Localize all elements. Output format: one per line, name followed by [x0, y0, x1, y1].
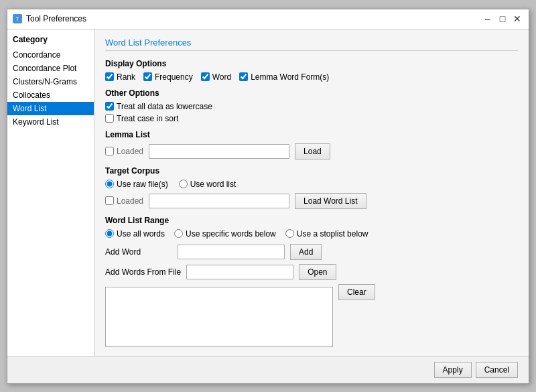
- lemma-loaded-item[interactable]: Loaded: [105, 147, 143, 156]
- treat-lowercase-label: Treat all data as lowercase: [117, 102, 212, 111]
- lemma-list-row: Loaded Load: [105, 143, 518, 159]
- use-all-words-label: Use all words: [117, 229, 165, 239]
- minimize-button[interactable]: –: [482, 13, 494, 25]
- sidebar-item-clusters-ngrams[interactable]: Clusters/N-Grams: [7, 75, 94, 88]
- word-checkbox-item[interactable]: Word: [201, 72, 231, 82]
- lemma-list-input[interactable]: [149, 144, 289, 159]
- lemma-word-form-checkbox-item[interactable]: Lemma Word Form(s): [239, 72, 329, 82]
- maximize-button[interactable]: □: [496, 13, 509, 25]
- frequency-checkbox-item[interactable]: Frequency: [143, 72, 193, 82]
- rank-label: Rank: [117, 72, 135, 82]
- display-options-header: Display Options: [105, 59, 518, 68]
- app-icon-letter: T: [16, 16, 19, 22]
- use-word-list-radio[interactable]: [179, 180, 188, 188]
- treat-case-sort-item[interactable]: Treat case in sort: [105, 114, 178, 123]
- frequency-label: Frequency: [155, 72, 193, 82]
- clear-button[interactable]: Clear: [338, 284, 375, 300]
- use-specific-words-item[interactable]: Use specific words below: [174, 229, 276, 239]
- use-all-words-item[interactable]: Use all words: [105, 229, 165, 239]
- title-bar: T Tool Preferences – □ ✕: [7, 9, 529, 29]
- treat-case-sort-label: Treat case in sort: [117, 114, 178, 123]
- add-word-label: Add Word: [105, 247, 172, 257]
- sidebar-header: Category: [7, 32, 94, 48]
- word-list-textarea-row: Clear: [105, 284, 518, 347]
- lemma-list-header: Lemma List: [105, 130, 518, 139]
- use-specific-words-radio[interactable]: [174, 229, 183, 238]
- word-list-range-header: Word List Range: [105, 216, 518, 225]
- lemma-load-button[interactable]: Load: [295, 143, 330, 159]
- lemma-loaded-label: Loaded: [117, 147, 143, 156]
- word-list-textarea[interactable]: [105, 287, 333, 347]
- display-options-row: Rank Frequency Word Lemma Word Form(s): [105, 72, 518, 82]
- target-loaded-label: Loaded: [117, 196, 143, 206]
- target-loaded-item[interactable]: Loaded: [105, 196, 143, 206]
- treat-lowercase-row: Treat all data as lowercase: [105, 102, 518, 111]
- lemma-word-form-label: Lemma Word Form(s): [251, 72, 329, 82]
- window-controls: – □ ✕: [482, 13, 523, 25]
- close-button[interactable]: ✕: [511, 13, 523, 25]
- main-window: T Tool Preferences – □ ✕ Category Concor…: [7, 9, 529, 384]
- load-word-list-button[interactable]: Load Word List: [295, 193, 366, 209]
- sidebar-item-collocates[interactable]: Collocates: [7, 88, 94, 102]
- sidebar-item-keyword-list[interactable]: Keyword List: [7, 115, 94, 129]
- sidebar: Category Concordance Concordance Plot Cl…: [7, 29, 94, 356]
- word-checkbox[interactable]: [201, 72, 210, 81]
- footer: Apply Cancel: [7, 356, 529, 383]
- title-bar-left: T Tool Preferences: [13, 14, 86, 23]
- sidebar-item-concordance[interactable]: Concordance: [7, 48, 94, 62]
- word-label: Word: [212, 72, 231, 82]
- use-stoplist-radio[interactable]: [285, 229, 294, 238]
- word-list-range-radio-row: Use all words Use specific words below U…: [105, 229, 518, 239]
- add-words-file-label: Add Words From File: [105, 267, 181, 277]
- lemma-word-form-checkbox[interactable]: [239, 72, 248, 81]
- use-word-list-label: Use word list: [190, 180, 237, 189]
- frequency-checkbox[interactable]: [143, 72, 152, 81]
- other-options-header: Other Options: [105, 88, 518, 98]
- use-raw-files-item[interactable]: Use raw file(s): [105, 180, 168, 189]
- add-word-row: Add Word Add: [105, 244, 518, 260]
- add-words-file-row: Add Words From File Open: [105, 264, 518, 280]
- target-corpus-input[interactable]: [149, 194, 289, 208]
- preferences-panel: Word List Preferences Display Options Ra…: [94, 29, 529, 356]
- target-loaded-checkbox[interactable]: [105, 196, 114, 205]
- rank-checkbox-item[interactable]: Rank: [105, 72, 135, 82]
- main-content: Category Concordance Concordance Plot Cl…: [7, 29, 529, 356]
- treat-case-sort-checkbox[interactable]: [105, 114, 114, 123]
- sidebar-item-word-list[interactable]: Word List: [7, 102, 94, 115]
- treat-case-sort-row: Treat case in sort: [105, 114, 518, 123]
- cancel-button[interactable]: Cancel: [476, 362, 518, 378]
- panel-title: Word List Preferences: [105, 38, 518, 51]
- app-icon: T: [13, 14, 22, 23]
- open-button[interactable]: Open: [299, 264, 336, 280]
- use-specific-words-label: Use specific words below: [186, 229, 276, 239]
- apply-button[interactable]: Apply: [434, 362, 472, 378]
- use-raw-files-radio[interactable]: [105, 180, 114, 188]
- use-stoplist-label: Use a stoplist below: [297, 229, 368, 239]
- treat-lowercase-item[interactable]: Treat all data as lowercase: [105, 102, 212, 111]
- sidebar-item-concordance-plot[interactable]: Concordance Plot: [7, 62, 94, 75]
- use-all-words-radio[interactable]: [105, 229, 114, 238]
- target-corpus-header: Target Corpus: [105, 166, 518, 176]
- rank-checkbox[interactable]: [105, 72, 114, 81]
- use-word-list-item[interactable]: Use word list: [179, 180, 237, 189]
- target-corpus-row: Loaded Load Word List: [105, 193, 518, 209]
- lemma-loaded-checkbox[interactable]: [105, 147, 114, 155]
- treat-lowercase-checkbox[interactable]: [105, 102, 114, 111]
- use-stoplist-item[interactable]: Use a stoplist below: [285, 229, 368, 239]
- add-words-file-input[interactable]: [186, 265, 293, 279]
- target-corpus-radio-row: Use raw file(s) Use word list: [105, 180, 518, 189]
- add-word-input[interactable]: [178, 245, 285, 259]
- window-title: Tool Preferences: [26, 14, 86, 23]
- use-raw-files-label: Use raw file(s): [117, 180, 168, 189]
- add-button[interactable]: Add: [290, 244, 322, 260]
